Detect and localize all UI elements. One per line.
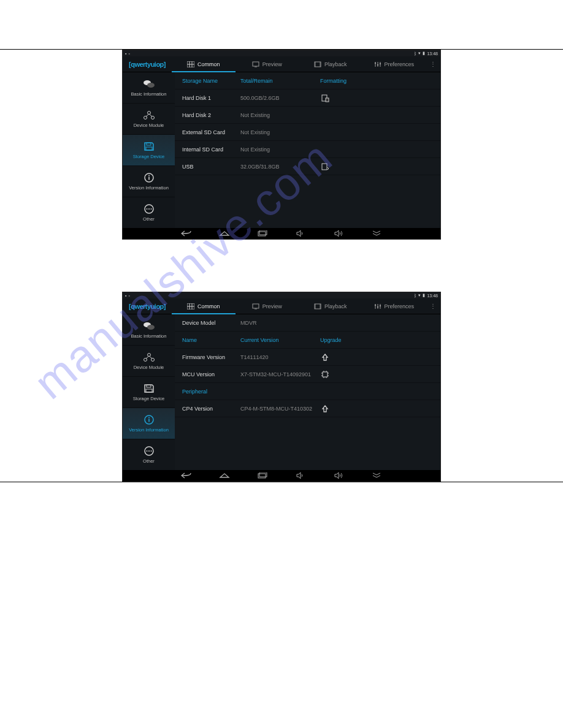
tab-preferences[interactable]: Preferences: [362, 56, 426, 72]
top-nav: [qwertyuiop] Common Preview Playback Pre…: [123, 56, 440, 72]
upgrade-icon[interactable]: [320, 352, 330, 362]
svg-point-55: [151, 358, 154, 362]
sidebar-item-storage[interactable]: Storage Device: [123, 135, 175, 166]
home-button[interactable]: [218, 229, 231, 238]
svg-point-65: [148, 450, 150, 452]
tab-preview[interactable]: Preview: [236, 56, 299, 72]
clock: 13:48: [427, 294, 438, 298]
volume-down-button[interactable]: [294, 471, 307, 480]
collapse-button[interactable]: [370, 229, 383, 238]
film-icon: [314, 303, 321, 309]
sidebar: Basic Information Device Module Storage …: [123, 314, 175, 471]
table-row: USB 32.0GB/31.8GB: [175, 158, 440, 175]
storage-table: Storage Name Total/Remain Formatting Har…: [175, 72, 440, 229]
svg-rect-67: [323, 372, 327, 377]
table-row: Hard Disk 1 500.0GB/2.6GB: [175, 89, 440, 107]
android-status-bar: ▪ ▫ ᛒ ▾ ▮ 13:48: [123, 50, 440, 56]
chat-icon: [142, 78, 156, 89]
tab-preferences[interactable]: Preferences: [362, 298, 426, 314]
tab-common[interactable]: Common: [172, 298, 236, 314]
svg-point-49: [377, 306, 378, 307]
format-icon[interactable]: [320, 162, 330, 172]
info-icon: [142, 414, 156, 425]
chip-icon[interactable]: [320, 370, 330, 379]
svg-line-56: [146, 356, 149, 358]
svg-point-19: [151, 116, 154, 119]
sidebar-item-storage[interactable]: Storage Device: [123, 377, 175, 408]
sidebar-item-basic[interactable]: Basic Information: [123, 72, 175, 104]
battery-icon: ▮: [423, 51, 425, 56]
collapse-button[interactable]: [370, 471, 383, 480]
svg-point-64: [146, 450, 147, 452]
android-status-bar: ▪ ▫ ᛒ ▾ ▮ 13:48: [123, 292, 440, 298]
volume-up-button[interactable]: [332, 229, 345, 238]
svg-rect-44: [320, 304, 321, 309]
sidebar-item-version[interactable]: Version Information: [123, 166, 175, 197]
svg-point-48: [374, 304, 375, 305]
svg-rect-4: [253, 62, 259, 66]
menu-overflow[interactable]: ⋮: [426, 61, 440, 67]
format-icon[interactable]: [320, 93, 330, 103]
recent-button[interactable]: [256, 471, 269, 480]
back-button[interactable]: [180, 229, 193, 238]
svg-point-28: [146, 208, 147, 210]
info-icon: [142, 172, 156, 183]
more-icon: [142, 203, 156, 214]
table-row: CP4 Version CP4-M-STM8-MCU-T410302: [175, 400, 440, 417]
svg-point-17: [147, 112, 150, 115]
tab-playback[interactable]: Playback: [299, 56, 362, 72]
tab-preview[interactable]: Preview: [236, 298, 299, 314]
svg-line-21: [149, 114, 152, 116]
table-header: Name Current Version Upgrade: [175, 332, 440, 349]
sidebar-item-other[interactable]: Other: [123, 197, 175, 229]
svg-rect-62: [148, 419, 150, 422]
save-icon: [142, 383, 156, 394]
volume-down-button[interactable]: [294, 229, 307, 238]
upgrade-icon[interactable]: [320, 404, 330, 414]
svg-point-16: [147, 83, 155, 88]
screenshot-storage: ▪ ▫ ᛒ ▾ ▮ 13:48 [qwertyuiop] Common Prev…: [122, 50, 441, 240]
sidebar-item-version[interactable]: Version Information: [123, 408, 175, 439]
tab-common[interactable]: Common: [172, 56, 236, 72]
table-row: Firmware Version T14111420: [175, 349, 440, 366]
app-logo: [qwertyuiop]: [123, 61, 172, 68]
recent-button[interactable]: [256, 229, 269, 238]
android-nav-bar: [123, 228, 440, 239]
sidebar-item-module[interactable]: Device Module: [123, 104, 175, 135]
table-header: Storage Name Total/Remain Formatting: [175, 72, 440, 89]
svg-line-20: [146, 114, 149, 116]
svg-point-53: [147, 354, 150, 357]
svg-rect-8: [320, 62, 321, 67]
svg-rect-33: [322, 164, 327, 170]
table-row: Internal SD Card Not Existing: [175, 141, 440, 158]
sidebar-item-module[interactable]: Device Module: [123, 346, 175, 377]
bluetooth-icon: ᛒ: [414, 51, 416, 56]
more-icon: [142, 446, 156, 457]
svg-point-54: [144, 358, 147, 362]
svg-point-52: [147, 325, 155, 330]
svg-rect-43: [315, 304, 316, 309]
svg-point-18: [144, 116, 147, 119]
svg-point-50: [379, 305, 380, 306]
nodes-icon: [142, 352, 156, 363]
app-logo: [qwertyuiop]: [123, 303, 172, 310]
home-button[interactable]: [218, 471, 231, 480]
back-button[interactable]: [180, 471, 193, 480]
sidebar-item-other[interactable]: Other: [123, 439, 175, 471]
tab-playback[interactable]: Playback: [299, 298, 362, 314]
svg-rect-32: [326, 98, 329, 102]
top-nav: [qwertyuiop] Common Preview Playback Pre…: [123, 298, 440, 314]
svg-point-66: [150, 450, 151, 452]
svg-line-57: [149, 356, 152, 358]
monitor-icon: [252, 303, 259, 309]
svg-point-13: [377, 64, 378, 65]
svg-point-30: [150, 208, 151, 210]
menu-overflow[interactable]: ⋮: [426, 303, 440, 309]
sidebar-item-basic[interactable]: Basic Information: [123, 314, 175, 346]
bottom-divider: [0, 482, 563, 482]
battery-icon: ▮: [423, 293, 425, 298]
volume-up-button[interactable]: [332, 471, 345, 480]
monitor-icon: [252, 61, 259, 67]
svg-point-29: [148, 208, 150, 210]
svg-point-12: [374, 62, 375, 63]
